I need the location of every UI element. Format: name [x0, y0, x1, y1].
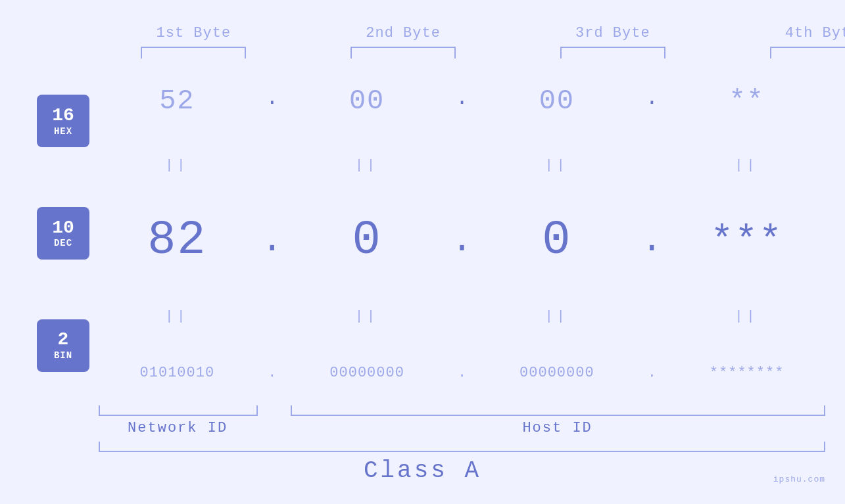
bin-b2: 00000000 — [329, 365, 404, 381]
class-label: Class A — [364, 457, 481, 484]
bin-badge-number: 2 — [58, 330, 69, 350]
bin-b3: 00000000 — [519, 365, 594, 381]
equals-row-2: || || || || — [99, 309, 825, 324]
bin-sep3: . — [648, 365, 656, 381]
byte3-header: 3rd Byte — [525, 25, 702, 41]
bottom-bracket-area: Network ID Host ID — [20, 405, 825, 436]
hex-row: 52 . 00 . 00 . ** — [99, 85, 825, 117]
dec-b4: *** — [710, 219, 783, 262]
byte4-header: 4th Byte — [734, 25, 845, 41]
hex-sep2: . — [456, 86, 468, 110]
dec-b3: 0 — [542, 214, 571, 267]
hex-badge: 16 HEX — [37, 95, 89, 147]
dec-b2: 0 — [352, 214, 382, 267]
bottom-bracket-host — [291, 405, 825, 416]
bracket-byte3 — [560, 47, 665, 58]
host-id-label: Host ID — [522, 420, 592, 436]
byte2-header: 2nd Byte — [315, 25, 492, 41]
top-bracket-row — [105, 47, 845, 58]
bin-badge: 2 BIN — [37, 319, 89, 372]
eq1-b3: || — [545, 158, 569, 173]
dec-badge-number: 10 — [52, 218, 74, 239]
class-bracket — [99, 442, 825, 452]
dec-sep3: . — [641, 220, 663, 262]
dec-row: 82 . 0 . 0 . *** — [99, 214, 825, 267]
bin-badge-label: BIN — [54, 350, 72, 361]
hex-b3: 00 — [539, 85, 575, 117]
data-area: 52 . 00 . 00 . ** || || || || 82 — [99, 65, 825, 401]
class-area: Class A ipshu.com — [20, 442, 825, 484]
byte1-header: 1st Byte — [105, 25, 282, 41]
watermark: ipshu.com — [773, 474, 825, 484]
dec-b1: 82 — [147, 214, 206, 267]
bin-sep2: . — [458, 365, 466, 381]
bin-sep1: . — [268, 365, 276, 381]
hex-b2: 00 — [349, 85, 385, 117]
equals-row-1: || || || || — [99, 158, 825, 173]
bracket-byte4 — [770, 47, 845, 58]
bin-b4: ******** — [710, 365, 785, 381]
hex-badge-label: HEX — [54, 126, 72, 137]
hex-sep3: . — [646, 86, 658, 110]
hex-b4: ** — [729, 85, 764, 117]
eq2-b1: || — [165, 309, 189, 324]
byte-header-row: 1st Byte 2nd Byte 3rd Byte 4th Byte — [105, 25, 845, 41]
dec-sep1: . — [261, 220, 283, 262]
main-content: 16 HEX 10 DEC 2 BIN 52 . 00 . 00 . — [20, 65, 825, 401]
bracket-byte2 — [350, 47, 456, 58]
eq2-b2: || — [355, 309, 379, 324]
eq1-b2: || — [355, 158, 379, 173]
network-id-label: Network ID — [128, 420, 228, 436]
dec-badge: 10 DEC — [37, 207, 89, 260]
hex-sep1: . — [266, 86, 278, 110]
eq1-b4: || — [735, 158, 759, 173]
eq2-b3: || — [545, 309, 569, 324]
dec-sep2: . — [451, 220, 473, 262]
bottom-bracket-network — [99, 405, 258, 416]
hex-badge-number: 16 — [52, 106, 74, 126]
eq2-b4: || — [735, 309, 759, 324]
eq1-b1: || — [165, 158, 189, 173]
bracket-byte1 — [141, 47, 246, 58]
hex-b1: 52 — [159, 85, 195, 117]
badges-column: 16 HEX 10 DEC 2 BIN — [20, 65, 99, 401]
dec-badge-label: DEC — [54, 238, 72, 248]
bin-b1: 01010010 — [140, 365, 215, 381]
bin-row: 01010010 . 00000000 . 00000000 . *******… — [99, 365, 825, 381]
